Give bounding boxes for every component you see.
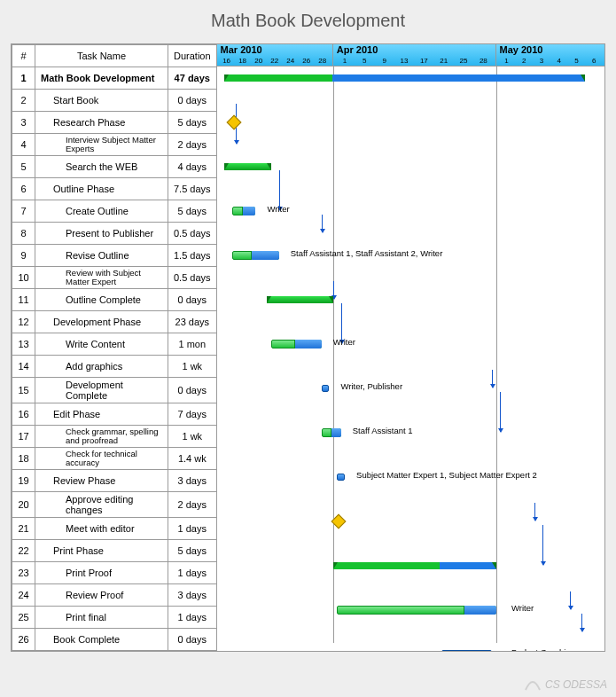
cell-name: Print Phase xyxy=(35,540,168,562)
cell-dur: 5 days xyxy=(168,112,217,134)
timeline-row xyxy=(217,288,604,310)
timeline-row xyxy=(217,554,604,576)
resource-label: Budget Graphics xyxy=(511,648,574,651)
table-row: 22Print Phase5 days xyxy=(12,540,217,562)
timeline-row: Writer xyxy=(217,599,604,621)
table-row: 10Review with Subject Matter Expert0.5 d… xyxy=(12,267,217,289)
table-row: 9Revise Outline1.5 days xyxy=(12,245,217,267)
cell-dur: 1 days xyxy=(168,562,217,584)
cell-dur: 0 days xyxy=(168,378,217,403)
cell-dur: 1 mon xyxy=(168,333,217,356)
cell-dur: 0.5 days xyxy=(168,267,217,289)
table-row: 16Edit Phase7 days xyxy=(12,403,217,426)
table-row: 18Check for technical accuracy1.4 wk xyxy=(12,448,217,470)
cell-name: Create Outline xyxy=(35,200,168,223)
table-row: 12Development Phase23 days xyxy=(12,311,217,333)
cell-dur: 1 wk xyxy=(168,426,217,448)
cell-num: 13 xyxy=(12,333,35,356)
cell-num: 24 xyxy=(12,584,35,607)
cell-num: 21 xyxy=(12,518,35,540)
cell-name: Interview Subject Matter Experts xyxy=(35,134,168,156)
cell-num: 2 xyxy=(12,90,35,112)
gantt-sheet: # Task Name Duration 1Math Book Developm… xyxy=(11,43,605,652)
gantt-bar xyxy=(441,650,492,651)
cell-num: 1 xyxy=(12,67,35,90)
cell-num: 10 xyxy=(12,267,35,289)
timeline-row xyxy=(217,67,604,89)
cell-num: 8 xyxy=(12,223,35,245)
cell-dur: 47 days xyxy=(168,67,217,90)
cell-num: 11 xyxy=(12,289,35,311)
cell-dur: 1 days xyxy=(168,518,217,540)
cell-num: 7 xyxy=(12,200,35,223)
cell-dur: 23 days xyxy=(168,311,217,333)
cell-name: Check for technical accuracy xyxy=(35,448,168,470)
cell-name: Research Phase xyxy=(35,112,168,134)
cell-num: 18 xyxy=(12,448,35,470)
table-row: 5Search the WEB4 days xyxy=(12,156,217,178)
cell-dur: 2 days xyxy=(168,134,217,156)
resource-label: Writer xyxy=(267,205,289,214)
cell-num: 14 xyxy=(12,356,35,378)
gantt-bar xyxy=(224,74,585,82)
timeline-row: Staff Assistant 1 xyxy=(217,421,604,443)
cell-num: 26 xyxy=(12,629,35,651)
timeline-row xyxy=(217,155,604,177)
gantt-bar xyxy=(333,562,496,569)
cell-num: 20 xyxy=(12,492,35,518)
gantt-bar xyxy=(232,251,278,260)
gantt-bar xyxy=(337,606,495,615)
timeline-row: Budget Graphics xyxy=(217,643,604,651)
cell-dur: 5 days xyxy=(168,540,217,562)
month-mar: Mar 2010 16182022242628 xyxy=(217,44,333,66)
cell-num: 19 xyxy=(12,470,35,492)
cell-num: 15 xyxy=(12,378,35,403)
cell-num: 5 xyxy=(12,156,35,178)
cell-dur: 4 days xyxy=(168,156,217,178)
cell-num: 16 xyxy=(12,403,35,426)
table-row: 4Interview Subject Matter Experts2 days xyxy=(12,134,217,156)
cell-dur: 5 days xyxy=(168,200,217,223)
page: Math Book Development # Task Name Durati… xyxy=(0,0,616,697)
timeline-header: Mar 2010 16182022242628 Apr 2010 1591317… xyxy=(217,44,604,67)
cell-name: Development Phase xyxy=(35,311,168,333)
cell-num: 12 xyxy=(12,311,35,333)
cell-name: Print Proof xyxy=(35,562,168,584)
table-row: 17Check grammar, spelling and proofread1… xyxy=(12,426,217,448)
gantt-bar xyxy=(322,428,341,437)
cell-name: Outline Complete xyxy=(35,289,168,311)
cell-name: Approve editing changes xyxy=(35,492,168,518)
table-row: 26Book Complete0 days xyxy=(12,629,217,651)
cell-dur: 0.5 days xyxy=(168,223,217,245)
gantt-bar xyxy=(232,207,255,215)
gantt-bar xyxy=(271,340,322,348)
table-row: 15Development Complete0 days xyxy=(12,378,217,403)
table-row: 19Review Phase3 days xyxy=(12,470,217,492)
timeline-row xyxy=(217,510,604,532)
milestone-icon xyxy=(226,115,241,130)
cell-num: 3 xyxy=(12,112,35,134)
col-header-dur: Duration xyxy=(168,45,217,67)
resource-label: Writer xyxy=(333,338,355,347)
cell-name: Revise Outline xyxy=(35,245,168,267)
cell-name: Check grammar, spelling and proofread xyxy=(35,426,168,448)
table-row: 21Meet with editor1 days xyxy=(12,518,217,540)
cell-dur: 3 days xyxy=(168,584,217,607)
cell-name: Meet with editor xyxy=(35,518,168,540)
cell-name: Outline Phase xyxy=(35,178,168,200)
timeline-body: WriterStaff Assistant 1, Staff Assistant… xyxy=(217,67,604,643)
cell-dur: 7 days xyxy=(168,403,217,426)
page-title: Math Book Development xyxy=(11,11,605,31)
cell-name: Review Proof xyxy=(35,584,168,607)
cell-dur: 7.5 days xyxy=(168,178,217,200)
cell-dur: 0 days xyxy=(168,289,217,311)
col-header-name: Task Name xyxy=(35,45,168,67)
gantt-bar xyxy=(322,385,330,392)
cell-name: Math Book Development xyxy=(35,67,168,90)
timeline-row xyxy=(217,111,604,133)
table-row: 6Outline Phase7.5 days xyxy=(12,178,217,200)
gantt-bar xyxy=(224,163,270,170)
resource-label: Staff Assistant 1 xyxy=(353,427,413,435)
cell-dur: 0 days xyxy=(168,90,217,112)
table-row: 25Print final1 days xyxy=(12,607,217,629)
